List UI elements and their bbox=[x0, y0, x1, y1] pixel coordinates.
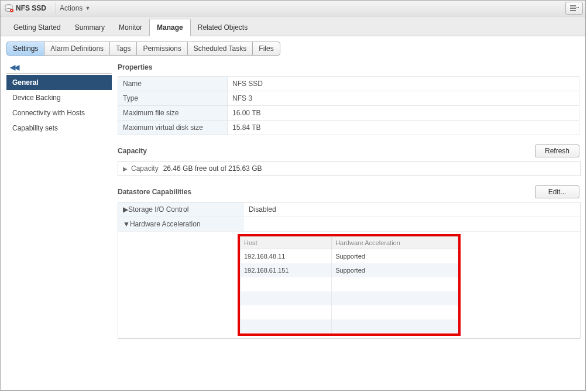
properties-table: Name NFS SSD Type NFS 3 Maximum file siz… bbox=[118, 76, 579, 135]
table-row bbox=[241, 305, 458, 319]
capacity-header: Capacity Refresh bbox=[118, 137, 579, 159]
options-menu-icon bbox=[569, 5, 579, 11]
table-row bbox=[241, 277, 458, 291]
datastore-title: NFS SSD bbox=[16, 4, 52, 12]
capacity-row[interactable]: ▶ Capacity 26.46 GB free out of 215.63 G… bbox=[118, 161, 580, 176]
sidebar-header: ◀◀ bbox=[6, 61, 112, 74]
prop-key: Name bbox=[118, 77, 228, 91]
properties-heading: Properties bbox=[118, 61, 579, 74]
sub-tab-strip: Settings Alarm Definitions Tags Permissi… bbox=[1, 36, 585, 58]
settings-content: Properties Name NFS SSD Type NFS 3 Maxim… bbox=[118, 61, 579, 384]
prop-row-type: Type NFS 3 bbox=[118, 91, 579, 106]
capabilities-header: Datastore Capabilities Edit... bbox=[118, 178, 579, 200]
subtab-permissions[interactable]: Permissions bbox=[136, 42, 187, 56]
capacity-value: 26.46 GB free out of 215.63 GB bbox=[163, 164, 262, 173]
content-body: ◀◀ General Device Backing Connectivity w… bbox=[1, 58, 585, 390]
options-menu-button[interactable] bbox=[565, 2, 583, 15]
subtab-alarm-definitions[interactable]: Alarm Definitions bbox=[44, 42, 110, 56]
table-row bbox=[241, 291, 458, 305]
cell-host bbox=[241, 291, 332, 305]
actions-label: Actions bbox=[60, 4, 83, 12]
tab-summary[interactable]: Summary bbox=[68, 19, 112, 36]
refresh-button[interactable]: Refresh bbox=[535, 145, 579, 157]
sio-label: Storage I/O Control bbox=[128, 205, 188, 214]
subtab-scheduled-tasks[interactable]: Scheduled Tasks bbox=[187, 42, 253, 56]
cell-accel bbox=[332, 305, 458, 319]
edit-button[interactable]: Edit... bbox=[535, 185, 579, 198]
table-row bbox=[241, 319, 458, 333]
cell-host bbox=[241, 319, 332, 333]
sidebar-item-connectivity[interactable]: Connectivity with Hosts bbox=[6, 105, 112, 121]
capacity-heading: Capacity bbox=[118, 147, 147, 155]
sidebar-item-capability-sets[interactable]: Capability sets bbox=[6, 121, 112, 136]
subtab-settings[interactable]: Settings bbox=[6, 42, 44, 56]
hw-accel-table: Host Hardware Acceleration 192.168.48.11… bbox=[240, 236, 458, 333]
expand-right-icon: ▶ bbox=[123, 166, 129, 172]
table-row[interactable]: 192.168.48.11 Supported bbox=[241, 249, 458, 264]
prop-key: Maximum virtual disk size bbox=[118, 121, 228, 135]
tab-manage[interactable]: Manage bbox=[149, 19, 191, 36]
prop-key: Type bbox=[118, 91, 228, 106]
cell-host bbox=[241, 277, 332, 291]
titlebar-separator bbox=[56, 2, 56, 14]
capabilities-heading: Datastore Capabilities bbox=[118, 188, 191, 196]
prop-val: NFS SSD bbox=[228, 77, 579, 91]
collapse-sidebar-icon[interactable]: ◀◀ bbox=[10, 63, 18, 71]
capacity-panel: ▶ Capacity 26.46 GB free out of 215.63 G… bbox=[118, 161, 581, 176]
prop-val: NFS 3 bbox=[228, 91, 579, 106]
main-tab-strip: Getting Started Summary Monitor Manage R… bbox=[1, 16, 585, 36]
cell-accel bbox=[332, 291, 458, 305]
prop-val: 15.84 TB bbox=[228, 121, 579, 135]
expand-right-icon: ▶ bbox=[123, 205, 128, 214]
capabilities-panel: ▶ Storage I/O Control Disabled ▼ Hardwar… bbox=[118, 202, 581, 339]
datastore-icon bbox=[4, 4, 13, 13]
prop-row-max-file: Maximum file size 16.00 TB bbox=[118, 106, 579, 121]
cell-host: 192.168.61.151 bbox=[241, 263, 332, 277]
hw-accel-highlight: Host Hardware Acceleration 192.168.48.11… bbox=[238, 234, 461, 336]
hw-col-accel[interactable]: Hardware Acceleration bbox=[332, 237, 458, 249]
chevron-down-icon: ▼ bbox=[85, 5, 90, 11]
subtab-files[interactable]: Files bbox=[252, 42, 280, 56]
settings-sidebar: ◀◀ General Device Backing Connectivity w… bbox=[6, 61, 112, 384]
table-row[interactable]: 192.168.61.151 Supported bbox=[241, 263, 458, 277]
prop-key: Maximum file size bbox=[118, 106, 228, 121]
hw-accel-body-row: Host Hardware Acceleration 192.168.48.11… bbox=[118, 232, 580, 338]
actions-menu[interactable]: Actions ▼ bbox=[60, 4, 90, 12]
cell-host bbox=[241, 305, 332, 319]
tab-monitor[interactable]: Monitor bbox=[112, 19, 149, 36]
datastore-manage-window: NFS SSD Actions ▼ Getting Started Summar… bbox=[0, 0, 586, 391]
hw-accel-label: Hardware Acceleration bbox=[130, 220, 201, 228]
cell-accel: Supported bbox=[332, 249, 458, 264]
sidebar-item-device-backing[interactable]: Device Backing bbox=[6, 90, 112, 105]
sio-row[interactable]: ▶ Storage I/O Control Disabled bbox=[118, 202, 580, 217]
cell-accel bbox=[332, 319, 458, 333]
prop-row-name: Name NFS SSD bbox=[118, 77, 579, 91]
subtab-tags[interactable]: Tags bbox=[109, 42, 137, 56]
cell-accel: Supported bbox=[332, 263, 458, 277]
cell-accel bbox=[332, 277, 458, 291]
hw-col-host[interactable]: Host bbox=[241, 237, 332, 249]
cell-host: 192.168.48.11 bbox=[241, 249, 332, 264]
prop-val: 16.00 TB bbox=[228, 106, 579, 121]
hw-accel-row: ▼ Hardware Acceleration bbox=[118, 217, 580, 232]
tab-related-objects[interactable]: Related Objects bbox=[191, 19, 255, 36]
capacity-label: Capacity bbox=[131, 164, 159, 173]
hw-accel-toggle[interactable]: ▼ Hardware Acceleration bbox=[118, 217, 244, 231]
title-bar: NFS SSD Actions ▼ bbox=[1, 1, 585, 16]
sidebar-item-general[interactable]: General bbox=[6, 75, 112, 90]
expand-down-icon: ▼ bbox=[123, 220, 130, 228]
tab-getting-started[interactable]: Getting Started bbox=[6, 19, 68, 36]
sio-value: Disabled bbox=[244, 202, 580, 216]
prop-row-max-vdisk: Maximum virtual disk size 15.84 TB bbox=[118, 121, 579, 135]
